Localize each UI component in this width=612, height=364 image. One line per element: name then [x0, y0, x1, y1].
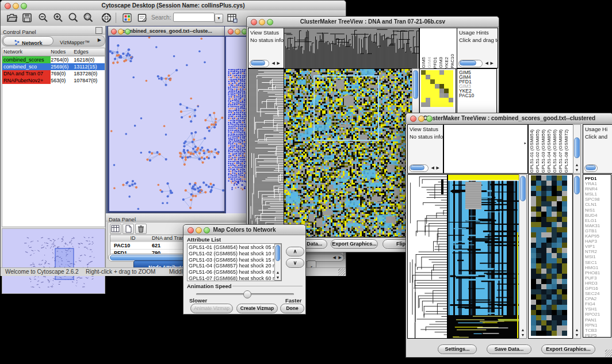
tv2-collabel-vscroll[interactable]: ▲ ▼ [573, 124, 581, 174]
tv1-row-dendrogram[interactable] [248, 68, 284, 237]
minimize-icon[interactable] [196, 227, 202, 233]
attribute-list-vscroll[interactable]: ▲ ▼ [274, 244, 281, 281]
network-table-row[interactable]: combined_scores2764(0)16218(0) [2, 56, 105, 63]
network-canvas[interactable] [109, 37, 225, 211]
scroll-down-icon[interactable]: ▼ [519, 332, 526, 338]
save-data-button[interactable]: Save Data... [487, 344, 531, 354]
cell-nodes: 769(0) [51, 70, 74, 77]
scroll-down-icon[interactable]: ▼ [573, 167, 580, 173]
export-graphics-button[interactable]: Export Graphics... [541, 344, 595, 354]
speed-slider[interactable] [196, 290, 294, 297]
scroll-right-icon[interactable]: ▶ [491, 60, 494, 66]
control-panel: Control Panel Network VizMapper™ ▶ Netwo… [1, 26, 106, 267]
tv1-column-dendrogram[interactable] [284, 28, 419, 69]
annotation-icon[interactable] [136, 12, 148, 25]
close-icon[interactable] [410, 116, 416, 122]
scroll-up-icon[interactable]: ▲ [519, 327, 526, 332]
gene-label: NTR2 [585, 249, 611, 254]
move-up-button[interactable]: ∧ [286, 247, 304, 256]
zoom-window-icon[interactable] [204, 227, 210, 233]
tv2-column-dendrogram-area[interactable]: ▸ [443, 124, 528, 174]
network-table-row[interactable]: RNAPuberNov2+563(0)107847(0) [2, 77, 105, 84]
close-icon[interactable] [228, 29, 234, 35]
minimize-icon[interactable] [418, 116, 424, 122]
table-view-icon[interactable] [110, 224, 121, 234]
zoom-out-icon[interactable] [37, 12, 49, 25]
scroll-right-icon[interactable]: ▶ [277, 60, 280, 66]
minimize-icon[interactable] [13, 3, 19, 9]
treeview2-title-bar[interactable]: ClusterMaker TreeView : combined_scores_… [406, 113, 612, 124]
attribute-listbox[interactable]: GPL51-01 (GSM854) heat shock 05 minGPL51… [187, 243, 282, 281]
zoom-window-icon[interactable] [21, 3, 27, 9]
export-graphics-button[interactable]: Export Graphics... [331, 239, 378, 249]
scroll-left-icon[interactable]: ◀ [272, 60, 275, 66]
tv2-status-scrollbar[interactable]: ◀ ▶ [409, 164, 441, 171]
vizmapper-icon[interactable] [121, 12, 133, 25]
gene-label: KAP95 [585, 233, 611, 239]
dialog-title-bar[interactable]: Map Colors to Network [183, 225, 305, 235]
network-table-row[interactable]: DNA and Tran 07769(0)183728(0) [2, 70, 105, 77]
search-input[interactable] [173, 13, 215, 22]
tv2-heatmap-vscroll[interactable]: ▲ ▼ [519, 174, 527, 339]
scroll-up-icon[interactable]: ▲ [573, 327, 580, 332]
tv2-zoom-vscroll[interactable]: ▲ ▼ [573, 174, 581, 339]
attribute-table-icon[interactable] [225, 12, 238, 25]
tab-network[interactable]: Network [3, 36, 53, 45]
scroll-down-icon[interactable]: ▼ [573, 332, 580, 338]
delete-attribute-icon[interactable] [135, 224, 147, 234]
zoom-window-icon[interactable] [125, 29, 131, 35]
zoom-fit-icon[interactable] [82, 12, 94, 25]
tv1-heatmap-zoom[interactable] [420, 69, 454, 117]
minimize-icon[interactable] [259, 19, 265, 25]
treeview1-title-bar[interactable]: ClusterMaker TreeView : DNA and Tran 07-… [247, 17, 499, 27]
minimize-icon[interactable] [235, 29, 240, 35]
cell-name: combined_scores [2, 56, 51, 63]
scroll-left-icon[interactable]: ◀ [485, 60, 488, 66]
animate-vizmap-button[interactable]: Animate Vizmap [190, 304, 233, 313]
help-lifering-icon[interactable] [100, 12, 113, 25]
tv2-hints-scrollbar[interactable] [584, 164, 610, 171]
scroll-right-icon[interactable]: ▶ [437, 165, 439, 171]
tv1-heatmap-global[interactable] [284, 68, 412, 237]
zoom-selected-icon[interactable] [67, 12, 79, 25]
scroll-up-icon[interactable]: ▲ [573, 162, 580, 167]
close-icon[interactable] [251, 19, 257, 25]
scroll-left-icon[interactable]: ◀ [431, 165, 434, 171]
open-folder-icon[interactable] [6, 12, 18, 25]
main-title-bar[interactable]: Cytoscape Desktop (Session Name: collins… [1, 1, 346, 11]
move-down-button[interactable]: ∨ [286, 258, 304, 268]
network-table-row[interactable]: combined_sco2569(6)13112(15) [2, 63, 105, 70]
zoom-in-icon[interactable] [52, 12, 64, 25]
scroll-left-icon[interactable]: ◀ [333, 255, 336, 260]
scroll-up-icon[interactable]: ▲ [275, 270, 281, 275]
zoom-window-icon[interactable] [267, 19, 273, 25]
expand-arrow-icon[interactable]: ▸ [524, 141, 526, 145]
resize-grip[interactable] [338, 269, 345, 275]
float-panel-icon[interactable] [95, 27, 102, 34]
network-overview-canvas[interactable] [2, 228, 105, 294]
tab-vizmapper[interactable]: VizMapper™ [54, 36, 95, 44]
new-attribute-icon[interactable] [123, 224, 134, 234]
done-button[interactable]: Done [280, 304, 304, 313]
zoom-window-icon[interactable] [426, 116, 433, 122]
tv1-status-scrollbar[interactable]: ◀ ▶ [250, 59, 282, 67]
create-vizmap-button[interactable]: Create Vizmap [236, 304, 278, 313]
tv2-heatmap-zoom[interactable] [529, 175, 571, 337]
tv2-heatmap-global[interactable] [447, 174, 519, 339]
scroll-right-icon[interactable]: ▶ [339, 255, 342, 260]
close-icon[interactable] [111, 29, 117, 35]
settings-button[interactable]: Settings... [438, 344, 477, 354]
minimize-icon[interactable] [118, 29, 124, 35]
scroll-down-icon[interactable]: ▼ [275, 275, 281, 280]
tv1-hints-scrollbar[interactable]: ◀ ▶ [458, 59, 495, 67]
close-icon[interactable] [188, 227, 194, 233]
search-dropdown-icon[interactable]: ▼ [215, 14, 223, 23]
tab-overflow-arrow[interactable]: ▶ [98, 36, 101, 44]
slider-thumb[interactable] [243, 290, 251, 298]
tv2-row-dendrogram[interactable] [407, 174, 447, 339]
resize-grip[interactable] [605, 350, 612, 357]
save-icon[interactable] [21, 12, 33, 25]
gene-label: SPC98 [585, 197, 611, 202]
close-icon[interactable] [5, 3, 11, 9]
attribute-list-item: GPL51-04 (GSM857) heat shock 20 min [188, 263, 281, 269]
